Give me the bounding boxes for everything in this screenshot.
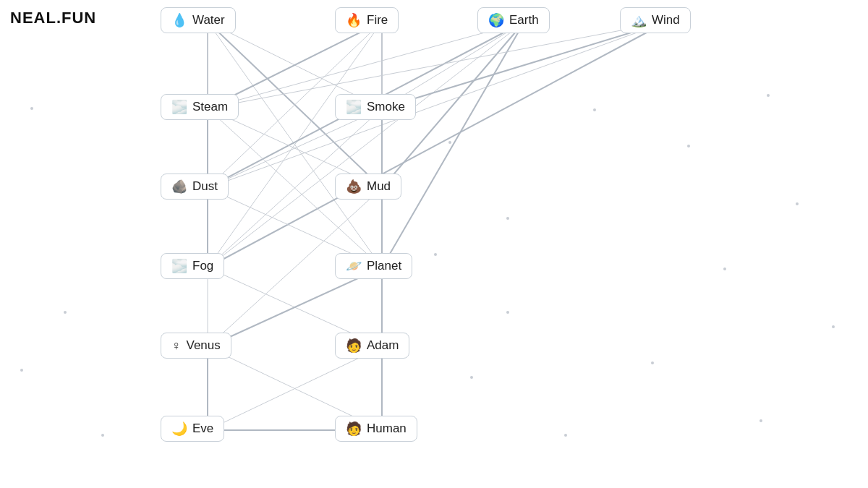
human-icon: 🧑 — [346, 422, 362, 435]
eve-label: Eve — [192, 421, 213, 436]
element-card-fog[interactable]: 🌫️Fog — [161, 253, 224, 279]
svg-line-17 — [382, 22, 524, 267]
element-card-steam[interactable]: 🌫️Steam — [161, 94, 239, 120]
water-icon: 💧 — [171, 14, 187, 27]
venus-icon: ♀ — [171, 339, 182, 352]
dust-label: Dust — [192, 179, 218, 194]
background-dot — [506, 217, 509, 220]
background-dot — [796, 202, 799, 205]
fire-icon: 🔥 — [346, 14, 362, 27]
background-dot — [832, 325, 835, 328]
planet-label: Planet — [367, 259, 401, 273]
background-dot — [448, 141, 451, 144]
logo: NEAL.FUN — [10, 9, 96, 27]
background-dot — [564, 434, 567, 437]
smoke-icon: 🌫️ — [346, 100, 362, 114]
svg-line-18 — [208, 22, 667, 108]
earth-label: Earth — [509, 13, 539, 27]
adam-icon: 🧑 — [346, 339, 362, 352]
element-card-wind[interactable]: 🏔️Wind — [620, 7, 691, 33]
eve-icon: 🌙 — [171, 422, 187, 435]
wind-label: Wind — [652, 13, 680, 27]
element-card-human[interactable]: 🧑Human — [335, 416, 417, 442]
background-dot — [767, 94, 770, 97]
background-dot — [760, 419, 762, 422]
element-card-fire[interactable]: 🔥Fire — [335, 7, 399, 33]
wind-icon: 🏔️ — [631, 14, 647, 27]
svg-line-19 — [382, 22, 667, 108]
steam-label: Steam — [192, 100, 228, 114]
element-card-adam[interactable]: 🧑Adam — [335, 333, 409, 359]
background-dot — [64, 311, 67, 314]
element-card-mud[interactable]: 💩Mud — [335, 174, 401, 200]
background-dot — [593, 108, 596, 111]
steam-icon: 🌫️ — [171, 100, 187, 114]
water-label: Water — [192, 13, 225, 27]
venus-label: Venus — [187, 338, 221, 353]
background-dot — [723, 267, 726, 270]
svg-line-21 — [208, 22, 667, 267]
dust-icon: 🪨 — [171, 180, 187, 193]
mud-label: Mud — [367, 179, 391, 194]
element-card-planet[interactable]: 🪐Planet — [335, 253, 412, 279]
background-dot — [470, 376, 473, 379]
svg-line-16 — [208, 22, 524, 267]
fire-label: Fire — [367, 13, 388, 27]
svg-line-20 — [208, 22, 667, 188]
background-dot — [651, 361, 654, 364]
background-dot — [687, 145, 690, 147]
smoke-label: Smoke — [367, 100, 405, 114]
mud-icon: 💩 — [346, 180, 362, 193]
background-dot — [506, 311, 509, 314]
svg-line-5 — [208, 22, 382, 267]
planet-icon: 🪐 — [346, 260, 362, 273]
fog-icon: 🌫️ — [171, 260, 187, 273]
earth-icon: 🌍 — [488, 14, 504, 27]
svg-line-10 — [208, 22, 382, 267]
adam-label: Adam — [367, 338, 399, 353]
background-dot — [101, 434, 104, 437]
background-dot — [20, 369, 23, 372]
background-dot — [30, 107, 33, 110]
element-card-smoke[interactable]: 🌫️Smoke — [335, 94, 416, 120]
element-card-eve[interactable]: 🌙Eve — [161, 416, 224, 442]
element-card-venus[interactable]: ♀Venus — [161, 333, 231, 359]
human-label: Human — [367, 421, 407, 436]
fog-label: Fog — [192, 259, 213, 273]
element-card-earth[interactable]: 🌍Earth — [477, 7, 550, 33]
background-dot — [434, 253, 437, 256]
element-card-water[interactable]: 💧Water — [161, 7, 236, 33]
element-card-dust[interactable]: 🪨Dust — [161, 174, 229, 200]
